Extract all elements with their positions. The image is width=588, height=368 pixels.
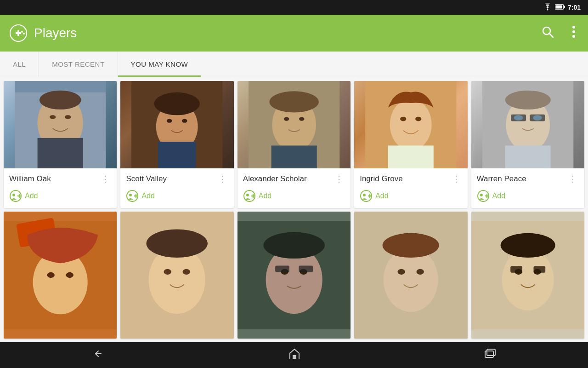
- battery-icon: [555, 4, 565, 12]
- add-player-icon-2: [126, 190, 139, 202]
- wifi-icon: [543, 3, 552, 12]
- player-name-row-5: Warren Peace ⋮: [477, 173, 579, 185]
- svg-point-81: [263, 232, 324, 259]
- more-icon-3[interactable]: ⋮: [333, 173, 345, 185]
- svg-rect-80: [299, 265, 313, 272]
- svg-point-6: [21, 31, 23, 33]
- svg-rect-29: [158, 142, 196, 168]
- svg-point-85: [417, 269, 424, 275]
- svg-point-67: [47, 272, 54, 278]
- player-card-7: [120, 212, 233, 339]
- player-name-row-1: William Oak ⋮: [9, 173, 111, 185]
- svg-point-16: [65, 115, 71, 119]
- svg-rect-94: [293, 355, 296, 359]
- svg-point-62: [480, 194, 483, 196]
- svg-rect-48: [388, 145, 434, 168]
- add-button-2[interactable]: Add: [126, 189, 154, 203]
- player-name-4: Ingrid Grove: [360, 174, 403, 184]
- bottom-nav: [0, 342, 588, 368]
- svg-point-41: [246, 194, 249, 196]
- more-icon-2[interactable]: ⋮: [216, 173, 228, 185]
- svg-rect-96: [487, 349, 495, 356]
- add-player-icon-1: [9, 190, 22, 202]
- player-info-1: William Oak ⋮ Add: [4, 168, 117, 208]
- player-photo-4: [354, 81, 467, 168]
- player-photo-10: [471, 212, 584, 339]
- svg-line-9: [549, 34, 553, 37]
- add-button-5[interactable]: Add: [477, 189, 505, 203]
- back-button[interactable]: [74, 344, 123, 367]
- svg-point-57: [514, 115, 523, 121]
- player-card-6: [4, 212, 117, 339]
- search-button[interactable]: [537, 22, 558, 45]
- svg-point-12: [572, 35, 575, 38]
- action-bar: Players: [0, 15, 588, 52]
- add-button-1[interactable]: Add: [9, 189, 38, 203]
- player-card-2: Scott Valley ⋮ Add: [120, 81, 233, 208]
- svg-point-10: [572, 26, 575, 29]
- tab-most-recent[interactable]: MOST RECENT: [39, 52, 118, 77]
- home-button[interactable]: [270, 343, 319, 367]
- player-info-4: Ingrid Grove ⋮ Add: [354, 168, 467, 208]
- player-photo-7: [120, 212, 233, 339]
- player-name-2: Scott Valley: [126, 174, 167, 184]
- player-name-1: William Oak: [9, 174, 51, 184]
- svg-point-46: [400, 117, 406, 121]
- add-button-4[interactable]: Add: [360, 189, 388, 203]
- svg-rect-1: [564, 6, 565, 8]
- svg-point-26: [167, 119, 172, 123]
- player-card-10: [471, 212, 584, 339]
- add-player-icon-5: [477, 190, 490, 202]
- player-name-5: Warren Peace: [477, 174, 526, 184]
- svg-point-47: [415, 117, 421, 121]
- tab-you-may-know[interactable]: YOU MAY KNOW: [118, 52, 201, 77]
- recents-button[interactable]: [466, 344, 514, 367]
- svg-point-27: [182, 119, 187, 123]
- add-label-2: Add: [141, 192, 154, 200]
- player-card-3: Alexander Scholar ⋮ Add: [237, 81, 351, 208]
- add-player-icon-3: [243, 190, 256, 202]
- svg-point-38: [269, 91, 318, 112]
- svg-point-58: [533, 115, 542, 121]
- player-card-8: [237, 212, 351, 339]
- more-icon-1[interactable]: ⋮: [99, 173, 111, 185]
- status-time: 7:01: [568, 4, 581, 11]
- svg-point-93: [500, 233, 555, 258]
- svg-point-72: [164, 269, 171, 275]
- tab-bar: ALL MOST RECENT YOU MAY KNOW: [0, 52, 588, 77]
- player-photo-9: [354, 212, 467, 339]
- player-info-2: Scott Valley ⋮ Add: [120, 168, 233, 208]
- svg-rect-79: [275, 265, 289, 272]
- add-player-icon-4: [360, 190, 373, 202]
- svg-point-68: [66, 272, 74, 278]
- svg-point-11: [572, 30, 575, 33]
- svg-rect-2: [555, 5, 562, 8]
- svg-point-28: [154, 92, 200, 115]
- svg-point-73: [183, 269, 190, 275]
- player-card-1: William Oak ⋮ Add: [4, 81, 117, 208]
- svg-rect-39: [271, 145, 317, 168]
- more-options-button[interactable]: [569, 22, 579, 44]
- players-grid: William Oak ⋮ Add: [0, 77, 588, 342]
- svg-point-15: [50, 115, 56, 119]
- svg-rect-92: [533, 266, 545, 272]
- player-name-row-4: Ingrid Grove ⋮: [360, 173, 462, 185]
- player-photo-3: [237, 81, 351, 168]
- add-button-3[interactable]: Add: [243, 189, 271, 203]
- player-card-4: Ingrid Grove ⋮ Add: [354, 81, 467, 208]
- more-icon-4[interactable]: ⋮: [450, 173, 462, 185]
- svg-point-7: [23, 33, 25, 34]
- svg-point-45: [390, 99, 432, 150]
- more-icon-5[interactable]: ⋮: [567, 173, 579, 185]
- player-name-row-3: Alexander Scholar ⋮: [243, 173, 345, 185]
- svg-point-31: [129, 194, 132, 196]
- player-photo-1: [4, 81, 117, 168]
- svg-point-37: [299, 117, 305, 121]
- svg-rect-95: [485, 351, 493, 357]
- player-card-5: Warren Peace ⋮ Add: [471, 81, 584, 208]
- player-photo-2: [120, 81, 233, 168]
- svg-point-59: [505, 91, 550, 109]
- svg-rect-19: [38, 138, 83, 168]
- tab-all[interactable]: ALL: [0, 52, 39, 77]
- player-photo-6: [4, 212, 117, 339]
